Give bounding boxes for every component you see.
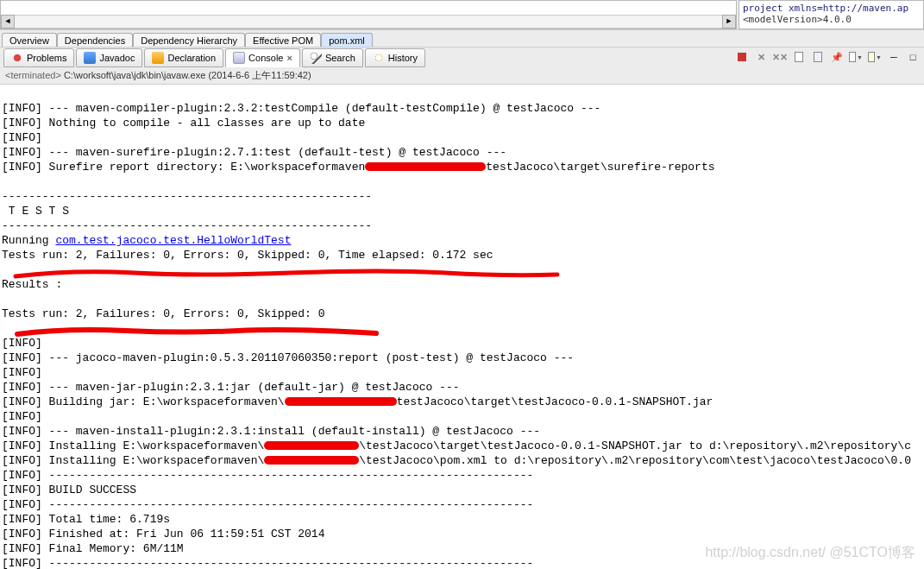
- editor-tab-effective-pom[interactable]: Effective POM: [245, 33, 321, 47]
- watermark-text: http://blog.csdn.net/ @51CTO博客: [705, 544, 915, 562]
- console-line: [INFO]: [2, 337, 42, 350]
- console-line: [INFO]: [2, 131, 42, 144]
- editor-pane: ◄ ►: [0, 0, 737, 29]
- redaction-mark: [264, 441, 359, 450]
- tab-label: Search: [325, 53, 355, 63]
- chevron-down-icon: ▼: [876, 54, 882, 60]
- view-tab-declaration[interactable]: Declaration: [144, 48, 223, 67]
- view-tab-search[interactable]: Search: [302, 48, 363, 67]
- tab-label: Console: [248, 53, 283, 63]
- editor-sub-tabs: OverviewDependenciesDependency Hierarchy…: [0, 29, 924, 47]
- console-line: [INFO] Finished at: Fri Jun 06 11:59:51 …: [2, 528, 324, 541]
- maximize-button[interactable]: □: [905, 49, 921, 65]
- remove-all-icon: ✕✕: [772, 52, 788, 63]
- view-tab-bar: ProblemsJavadocDeclarationConsole×Search…: [0, 47, 924, 67]
- outline-line: <modelVersion>4.0.0: [743, 14, 920, 25]
- scroll-track[interactable]: [15, 15, 722, 28]
- view-tab-javadoc[interactable]: Javadoc: [76, 48, 142, 67]
- tab-label: History: [388, 53, 418, 63]
- console-line: Tests run: 2, Failures: 0, Errors: 0, Sk…: [2, 249, 493, 262]
- editor-tab-pom-xml[interactable]: pom.xml: [321, 33, 373, 47]
- console-line: [INFO] Installing E:\workspaceformaven\: [2, 439, 264, 452]
- close-icon[interactable]: ×: [286, 53, 292, 63]
- new-console-icon: [868, 52, 875, 62]
- console-line: [INFO]: [2, 410, 42, 423]
- console-line: [INFO] --- maven-compiler-plugin:2.3.2:t…: [2, 102, 600, 115]
- console-output[interactable]: [INFO] --- maven-compiler-plugin:2.3.2:t…: [0, 85, 924, 569]
- console-line: [INFO] --- jacoco-maven-plugin:0.5.3.201…: [2, 351, 574, 364]
- console-line: [INFO] Building jar: E:\workspaceformave…: [2, 395, 285, 408]
- console-line: [INFO] Final Memory: 6M/11M: [2, 542, 184, 555]
- remove-icon: ✕: [757, 52, 765, 63]
- editor-tab-dependencies[interactable]: Dependencies: [57, 33, 133, 47]
- console-line: [INFO] Nothing to compile - all classes …: [2, 117, 365, 130]
- problems-icon: [11, 52, 23, 64]
- console-line: T E S T S: [2, 205, 69, 218]
- history-icon: [373, 52, 385, 64]
- pin-icon: 📌: [831, 52, 843, 63]
- lock-icon: [814, 52, 822, 62]
- view-tab-console[interactable]: Console×: [225, 48, 300, 67]
- console-line: testJacoco\target\testJacoco-0.0.1-SNAPS…: [397, 395, 713, 408]
- redaction-mark: [365, 162, 486, 171]
- term-prefix: terminated>: [10, 70, 63, 80]
- editor-tab-overview[interactable]: Overview: [2, 33, 57, 47]
- console-line: \testJacoco\pom.xml to d:\repository\.m2…: [359, 454, 911, 467]
- scroll-right-arrow[interactable]: ►: [722, 15, 736, 28]
- console-line: \testJacoco\target\testJacoco-0.0.1-SNAP…: [359, 439, 911, 452]
- console-line: [INFO] BUILD SUCCESS: [2, 484, 136, 496]
- console-icon: [233, 52, 245, 64]
- console-line: [INFO] Total time: 6.719s: [2, 513, 170, 526]
- console-line: [INFO] ---------------------------------…: [2, 557, 533, 569]
- tab-label: Javadoc: [99, 53, 135, 63]
- outline-pane: project xmlns=http://maven.ap <modelVers…: [739, 0, 924, 29]
- display-console-button[interactable]: ▼: [848, 49, 864, 65]
- console-line: [INFO] Surefire report directory: E:\wor…: [2, 161, 365, 174]
- minimize-icon: ─: [890, 52, 897, 62]
- horizontal-scrollbar[interactable]: ◄ ►: [1, 15, 736, 28]
- chevron-down-icon: ▼: [857, 54, 863, 60]
- open-console-button[interactable]: ▼: [867, 49, 883, 65]
- console-line: Tests run: 2, Failures: 0, Errors: 0, Sk…: [2, 307, 324, 320]
- display-icon: [849, 52, 856, 62]
- remove-launch-button[interactable]: ✕: [753, 49, 769, 65]
- terminate-button[interactable]: [734, 49, 750, 65]
- term-path: C:\worksoft\java\jdk\bin\javaw.exe (2014…: [64, 70, 311, 80]
- remove-all-button[interactable]: ✕✕: [772, 49, 788, 65]
- view-tab-problems[interactable]: Problems: [3, 48, 74, 67]
- console-line: [INFO] Installing E:\workspaceformaven\: [2, 454, 264, 467]
- tab-label: Declaration: [167, 53, 216, 63]
- stop-icon: [738, 53, 746, 61]
- scroll-lock-button[interactable]: [810, 49, 826, 65]
- console-line: [INFO]: [2, 366, 42, 379]
- search-icon: [310, 52, 322, 64]
- console-line: ----------------------------------------…: [2, 219, 372, 232]
- console-line: [INFO] ---------------------------------…: [2, 469, 533, 482]
- console-line: [INFO] --- maven-jar-plugin:2.3.1:jar (d…: [2, 381, 460, 394]
- view-tab-history[interactable]: History: [365, 48, 425, 67]
- console-process-line: <terminated> C:\worksoft\java\jdk\bin\ja…: [0, 67, 924, 85]
- console-line: ----------------------------------------…: [2, 190, 372, 203]
- console-line: [INFO] --- maven-install-plugin:2.3.1:in…: [2, 425, 540, 438]
- clear-console-button[interactable]: [791, 49, 807, 65]
- page-icon: [795, 52, 803, 62]
- console-line: [INFO] --- maven-surefire-plugin:2.7.1:t…: [2, 146, 506, 159]
- console-toolbar: ✕ ✕✕ 📌 ▼ ▼ ─ □: [734, 49, 921, 65]
- scroll-left-arrow[interactable]: ◄: [1, 15, 15, 28]
- console-line: testJacoco\target\surefire-reports: [486, 161, 714, 174]
- console-line: Results :: [2, 278, 62, 291]
- editor-tab-dependency-hierarchy[interactable]: Dependency Hierarchy: [133, 33, 245, 47]
- pin-console-button[interactable]: 📌: [829, 49, 845, 65]
- minimize-button[interactable]: ─: [886, 49, 902, 65]
- javadoc-icon: [84, 52, 96, 64]
- declaration-icon: [152, 52, 164, 64]
- outline-line: project xmlns=http://maven.ap: [743, 3, 920, 14]
- console-line: Running: [2, 234, 55, 247]
- test-class-link[interactable]: com.test.jacoco.test.HelloWorldTest: [55, 234, 291, 247]
- console-line: [INFO] ---------------------------------…: [2, 498, 533, 511]
- maximize-icon: □: [910, 52, 916, 62]
- redaction-mark: [285, 397, 397, 406]
- redaction-mark: [264, 456, 359, 465]
- tab-label: Problems: [27, 53, 66, 63]
